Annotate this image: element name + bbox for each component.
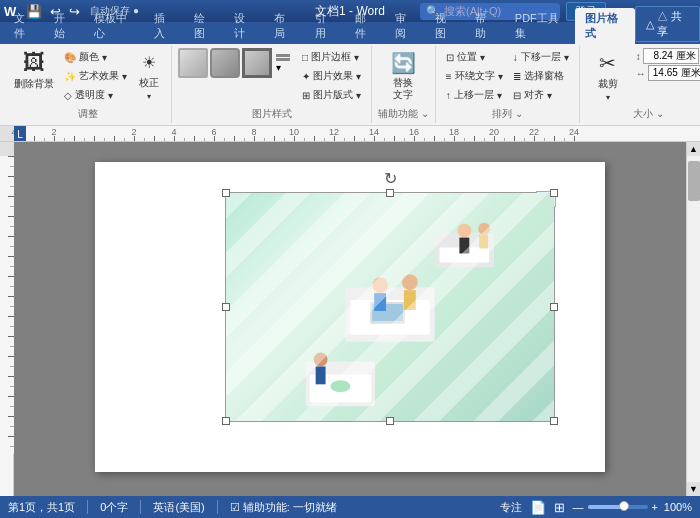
select-pane-button[interactable]: ≣ 选择窗格	[509, 67, 573, 85]
tab-help[interactable]: 帮助	[465, 8, 505, 44]
tab-insert[interactable]: 插入	[144, 8, 184, 44]
ribbon-toolbar: 🖼 删除背景 🎨 颜色 ▾ ✨ 艺术效果 ▾ ◇	[0, 44, 700, 126]
accessibility-status: ☑ 辅助功能: 一切就绪	[230, 500, 337, 515]
picture-border-button[interactable]: □ 图片边框 ▾	[298, 48, 365, 66]
tab-layout[interactable]: 布局	[264, 8, 304, 44]
picture-effects-button[interactable]: ✦ 图片效果 ▾	[298, 67, 365, 85]
handle-tr[interactable]	[550, 189, 558, 197]
tab-design[interactable]: 设计	[224, 8, 264, 44]
wrap-icon: ≡	[446, 71, 452, 82]
arrange-content: ⊡ 位置 ▾ ≡ 环绕文字 ▾ ↑ 上移一层 ▾ ↓ 下移一层	[442, 48, 573, 105]
tab-pdf[interactable]: PDF工具集	[505, 8, 575, 44]
handle-ml[interactable]	[222, 303, 230, 311]
border-dropdown: ▾	[354, 52, 359, 63]
handle-br[interactable]	[550, 417, 558, 425]
height-icon: ↕	[636, 51, 641, 62]
effects-icon: ✦	[302, 71, 310, 82]
zoom-percentage[interactable]: 100%	[662, 501, 692, 513]
back-dropdown: ▾	[564, 52, 569, 63]
width-row: ↔ ▴	[636, 65, 700, 81]
tab-template[interactable]: 模板中心	[84, 8, 144, 44]
replace-text-button[interactable]: 🔄 替换文字	[381, 48, 425, 104]
align-label: 对齐	[524, 88, 544, 102]
view-icon-2[interactable]: ⊞	[554, 500, 565, 515]
picture-layout-button[interactable]: ⊞ 图片版式 ▾	[298, 86, 365, 104]
tab-review[interactable]: 审阅	[385, 8, 425, 44]
bring-forward-button[interactable]: ↑ 上移一层 ▾	[442, 86, 507, 104]
layout-dropdown: ▾	[356, 90, 361, 101]
send-backward-button[interactable]: ↓ 下移一层 ▾	[509, 48, 573, 66]
remove-background-button[interactable]: 🖼 删除背景	[10, 48, 58, 92]
window-title: 文档1 - Word	[315, 3, 385, 20]
remove-bg-label: 删除背景	[14, 78, 54, 90]
width-input[interactable]	[648, 65, 700, 81]
size-group-label: 大小 ⌄	[633, 105, 664, 121]
correct-button[interactable]: ☀ 校正 ▾	[133, 48, 165, 103]
scroll-down-button[interactable]: ▼	[687, 482, 701, 496]
style-thumb-3[interactable]	[242, 48, 272, 78]
page-info: 第1页，共1页	[8, 500, 75, 515]
tab-home[interactable]: 开始	[44, 8, 84, 44]
styles-group-label: 图片样式	[252, 105, 292, 121]
align-dropdown: ▾	[547, 90, 552, 101]
art-effects-button[interactable]: ✨ 艺术效果 ▾	[60, 67, 131, 85]
ribbon-tabs: 文件 开始 模板中心 插入 绘图 设计 布局 引用 邮件 审阅 视图 帮助 PD…	[0, 22, 700, 44]
correct-icon: ☀	[137, 50, 161, 74]
transparency-dropdown-icon: ▾	[108, 90, 113, 101]
zoom-out-button[interactable]: —	[573, 501, 584, 513]
ribbon-group-styles: ▾ □ 图片边框 ▾ ✦ 图片效果 ▾ ⊞ 图片版式 ▾	[172, 46, 372, 123]
height-input[interactable]	[643, 48, 699, 64]
ribbon-group-arrange: ⊡ 位置 ▾ ≡ 环绕文字 ▾ ↑ 上移一层 ▾ ↓ 下移一层	[436, 46, 580, 123]
pos-label: 位置	[457, 50, 477, 64]
zoom-controls: — + 100%	[573, 501, 692, 513]
ribbon-group-assist: 🔄 替换文字 辅助功能 ⌄	[372, 46, 436, 123]
tab-draw[interactable]: 绘图	[184, 8, 224, 44]
arrange-col2: ↓ 下移一层 ▾ ≣ 选择窗格 ⊟ 对齐 ▾	[509, 48, 573, 104]
art-label: 艺术效果	[79, 69, 119, 83]
word-count: 0个字	[100, 500, 128, 515]
style-thumb-1[interactable]	[178, 48, 208, 78]
style-thumb-2[interactable]	[210, 48, 240, 78]
transparency-icon: ◇	[64, 90, 72, 101]
handle-tl[interactable]	[222, 189, 230, 197]
adjust-controls: 🖼 删除背景 🎨 颜色 ▾ ✨ 艺术效果 ▾ ◇	[10, 48, 165, 105]
position-button[interactable]: ⊡ 位置 ▾	[442, 48, 507, 66]
tab-view[interactable]: 视图	[425, 8, 465, 44]
zoom-in-button[interactable]: +	[652, 501, 658, 513]
adjust-group-label: 调整	[78, 105, 98, 121]
ribbon-group-size: ✂ 裁剪 ▾ ↕ ▴ ↔ ▴ 大小 ⌄	[580, 46, 700, 123]
color-button[interactable]: 🎨 颜色 ▾	[60, 48, 131, 66]
view-icon-1[interactable]: 📄	[530, 500, 546, 515]
scroll-thumb[interactable]	[688, 161, 700, 201]
arrange-group-label: 排列 ⌄	[492, 105, 523, 121]
color-label: 颜色	[79, 50, 99, 64]
border-label: 图片边框	[311, 50, 351, 64]
width-icon: ↔	[636, 68, 646, 79]
handle-bl[interactable]	[222, 417, 230, 425]
remove-bg-icon: 🖼	[23, 50, 45, 76]
zoom-slider[interactable]	[588, 505, 648, 509]
status-divider-2	[140, 500, 141, 514]
assist-content: 🔄 替换文字	[381, 48, 425, 105]
scrollbar-vertical[interactable]: ▲ ▼	[686, 142, 700, 496]
share-button[interactable]: △ △ 共享	[635, 6, 700, 42]
tab-file[interactable]: 文件	[4, 8, 44, 44]
scroll-track[interactable]	[687, 156, 700, 482]
tab-picture-format[interactable]: 图片格式	[575, 8, 635, 44]
handle-bm[interactable]	[386, 417, 394, 425]
selected-image[interactable]: ↻ 🌄	[225, 192, 555, 422]
crop-button[interactable]: ✂ 裁剪 ▾	[586, 48, 630, 105]
ruler-vertical	[0, 142, 14, 496]
styles-expand-button[interactable]: ▾	[274, 52, 292, 75]
scroll-up-button[interactable]: ▲	[687, 142, 701, 156]
focus-mode[interactable]: 专注	[500, 500, 522, 515]
handle-mr[interactable]	[550, 303, 558, 311]
handle-tm[interactable]	[386, 189, 394, 197]
assist-group-label: 辅助功能 ⌄	[378, 105, 429, 121]
rotate-handle[interactable]: ↻	[384, 169, 397, 188]
transparency-button[interactable]: ◇ 透明度 ▾	[60, 86, 131, 104]
layout-icon: ⊞	[302, 90, 310, 101]
wrap-text-button[interactable]: ≡ 环绕文字 ▾	[442, 67, 507, 85]
align-button[interactable]: ⊟ 对齐 ▾	[509, 86, 573, 104]
back-icon: ↓	[513, 52, 518, 63]
